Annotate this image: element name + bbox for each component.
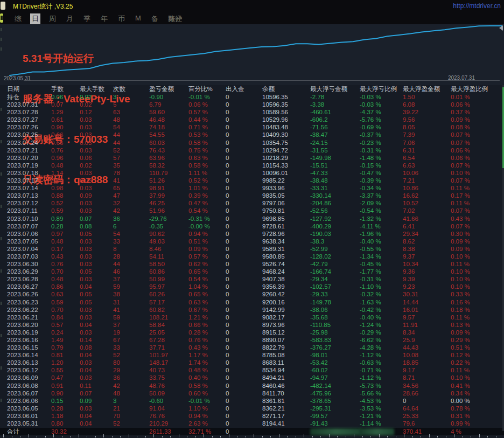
- row-value: -1.34 %: [360, 253, 403, 260]
- table-row[interactable]: 2023.07.281.290.126359.600.57 %010589.56…: [0, 108, 504, 116]
- website-link[interactable]: http://mtdriver.cn: [453, 2, 501, 10]
- row-value: 0.55: [51, 366, 80, 374]
- table-row[interactable]: 2023.06.050.280.032191.041.10 %08362.21-…: [0, 405, 504, 412]
- table-row[interactable]: 2023.06.131.200.0380148.171.74 %08683.11…: [0, 359, 504, 366]
- row-value: -6.62 %: [360, 336, 403, 344]
- menu-item-3[interactable]: 周: [47, 13, 58, 24]
- row-value: -31.55: [310, 147, 360, 154]
- row-value: 0.62 %: [188, 260, 226, 268]
- table-row[interactable]: 2023.06.090.470.033633.750.40 %08494.21-…: [0, 374, 504, 381]
- table-row[interactable]: 2023.06.220.700.034160.820.67 %09142.99-…: [0, 306, 504, 314]
- row-value: -0.31 %: [360, 147, 403, 154]
- menu-item-7[interactable]: 币: [116, 13, 127, 24]
- row-value: 9356.39: [262, 283, 310, 290]
- menu-item-2[interactable]: 日: [30, 13, 40, 24]
- table-row[interactable]: 2023.06.270.860.045995.971.04 %09356.39-…: [0, 283, 504, 290]
- row-value: 0.03: [80, 275, 113, 283]
- menu-item-1[interactable]: 综: [13, 13, 23, 24]
- table-row[interactable]: 2023.07.181.140.0378110.791.11 %010096.0…: [0, 169, 504, 177]
- table-row[interactable]: 2023.07.240.660.034460.030.58 %010354.75…: [0, 139, 504, 147]
- menu-item-9[interactable]: 备: [150, 13, 160, 24]
- table-row[interactable]: 2023.06.280.480.033750.990.54 %09407.38-…: [0, 275, 504, 283]
- row-date: 2023.06.20: [7, 321, 51, 329]
- row-value: 10.06: [403, 169, 451, 177]
- table-row[interactable]: 2023.06.200.570.043758.840.66 %08973.96-…: [0, 321, 504, 329]
- table-row[interactable]: 2023.07.270.610.034846.480.44 %010529.96…: [0, 116, 504, 123]
- scroll-left-arrow-icon[interactable]: [499, 25, 503, 31]
- menu-item-4[interactable]: 月: [65, 13, 75, 24]
- menu-item-8[interactable]: M: [134, 13, 143, 24]
- table-row[interactable]: 2023.06.070.900.074850.090.60 %08411.70-…: [0, 390, 504, 397]
- row-value: 0.24: [51, 329, 80, 336]
- row-value: -0.40 %: [360, 314, 403, 321]
- row-value: 6.63: [403, 162, 451, 169]
- row-value: 44: [113, 260, 149, 268]
- table-row[interactable]: 2023.07.030.430.032854.110.57 %09580.85-…: [0, 253, 504, 260]
- row-value: 52: [113, 351, 149, 359]
- table-row[interactable]: 2023.06.190.240.031925.050.28 %08915.12-…: [0, 329, 504, 336]
- table-row[interactable]: 持仓0.060.023-0.90-0.01 %010596.35-2.78-0.…: [0, 93, 504, 101]
- table-row[interactable]: 2023.06.290.700.054660.860.65 %09468.24-…: [0, 268, 504, 275]
- row-value: 0.57: [51, 321, 80, 329]
- table-row[interactable]: 2023.06.210.840.0359108.211.21 %09082.17…: [0, 314, 504, 321]
- app-title: MTDriver统计 ,V3.25: [13, 2, 73, 11]
- row-value: 0.58 %: [188, 139, 226, 147]
- table-row[interactable]: 2023.07.070.280.086-0.35-0.00 %09728.61-…: [0, 223, 504, 230]
- row-value: 0.37 %: [451, 108, 504, 116]
- row-value: -38.3: [310, 238, 360, 245]
- menu-item-path[interactable]: 路径: [168, 14, 182, 24]
- table-row[interactable]: 2023.07.140.980.036598.911.01 %09933.96-…: [0, 184, 504, 192]
- table-row[interactable]: 2023.06.011.180.047076.760.94 %08271.17-…: [0, 412, 504, 420]
- table-row[interactable]: 2023.07.260.900.035474.180.71 %010483.48…: [0, 123, 504, 131]
- row-value: -0.63 %: [360, 359, 403, 366]
- row-value: -102.57: [310, 283, 360, 290]
- row-value: -0.60: [149, 397, 188, 405]
- row-value: -0.47 %: [360, 169, 403, 177]
- row-value: 0.16 %: [451, 298, 504, 306]
- row-date: 2023.06.05: [7, 405, 51, 412]
- table-row[interactable]: 2023.06.120.550.042940.730.48 %08534.94-…: [0, 366, 504, 374]
- table-row[interactable]: 2023.06.060.150.093-0.60-0.01 %08361.61-…: [0, 397, 504, 405]
- row-value: -99.57: [310, 412, 360, 420]
- table-row[interactable]: 2023.06.300.760.034458.500.62 %09526.74-…: [0, 260, 504, 268]
- row-value: 0.07 %: [451, 139, 504, 147]
- table-row[interactable]: 2023.06.161.490.146767.280.76 %08890.07-…: [0, 336, 504, 344]
- row-value: 0.47: [51, 374, 80, 381]
- row-value: 41: [113, 306, 149, 314]
- table-row[interactable]: 2023.06.080.910.114248.760.58 %08460.46-…: [0, 382, 504, 390]
- table-row[interactable]: 2023.07.110.590.034251.960.54 %09750.81-…: [0, 207, 504, 214]
- table-row[interactable]: 2023.07.210.760.035276.430.75 %010294.72…: [0, 147, 504, 154]
- row-value: -53.42: [310, 359, 360, 366]
- row-value: 9638.34: [262, 238, 310, 245]
- menu-item-5[interactable]: 季: [82, 13, 92, 24]
- table-row[interactable]: 2023.07.100.890.0736-29.76-0.31 %09698.8…: [0, 215, 504, 223]
- table-row[interactable]: 2023.07.200.960.065763.960.63 %010218.29…: [0, 154, 504, 162]
- row-value: 0.43 %: [451, 215, 504, 223]
- table-row[interactable]: 2023.07.310.070.0256.790.06 %010596.35-3…: [0, 101, 504, 108]
- table-row[interactable]: 2023.07.190.480.023558.320.58 %010154.33…: [0, 162, 504, 169]
- table-row[interactable]: 2023.07.250.660.034454.550.53 %010409.30…: [0, 131, 504, 138]
- row-value: 0.51 %: [451, 344, 504, 351]
- row-value: 42: [113, 207, 149, 214]
- row-value: 210.29: [149, 420, 188, 427]
- row-value: 0.03: [80, 374, 113, 381]
- row-value: -98.01: [310, 351, 360, 359]
- row-value: 32: [113, 199, 149, 207]
- table-row[interactable]: 2023.07.120.520.033246.250.47 %09797.06-…: [0, 199, 504, 207]
- table-row[interactable]: 2023.07.130.880.094737.990.39 %09835.05-…: [0, 192, 504, 199]
- menu-item-6[interactable]: 年: [99, 13, 109, 24]
- mtdriver-statistics-window: MTDriver统计 ,V3.25 http://mtdriver.cn 综日周…: [0, 0, 504, 438]
- table-row[interactable]: 2023.05.310.800.0452210.292.63 %08194.41…: [0, 420, 504, 427]
- row-value: 90.62: [149, 230, 188, 238]
- table-row[interactable]: 2023.06.140.810.0452101.971.17 %08785.08…: [0, 351, 504, 359]
- row-date: 2023.06.01: [7, 412, 51, 420]
- table-row[interactable]: 2023.07.060.970.055490.620.94 %09728.96-…: [0, 230, 504, 238]
- table-row[interactable]: 2023.06.230.590.053157.170.63 %09200.16-…: [0, 298, 504, 306]
- row-value: 0.11 %: [451, 260, 504, 268]
- table-row[interactable]: 2023.07.040.170.0388.460.09 %09589.31-52…: [0, 245, 504, 253]
- table-row[interactable]: 2023.06.150.790.083337.710.43 %08822.79-…: [0, 344, 504, 351]
- row-date: 2023.07.10: [7, 215, 51, 223]
- table-row[interactable]: 2023.07.050.480.033349.030.51 %09638.34-…: [0, 238, 504, 245]
- table-row[interactable]: 2023.06.260.630.053860.260.65 %09260.42-…: [0, 290, 504, 298]
- table-row[interactable]: 2023.07.170.650.034151.260.52 %09985.22-…: [0, 177, 504, 184]
